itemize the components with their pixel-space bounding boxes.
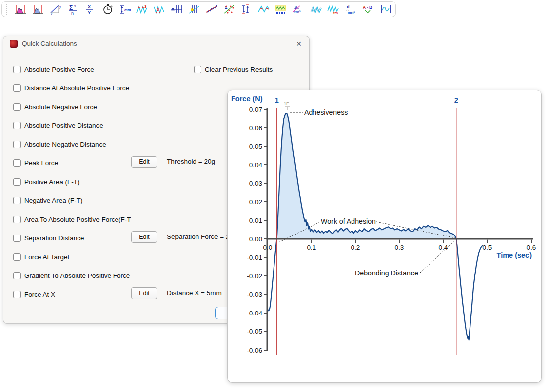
ratio-x-over-y-icon[interactable]: XY xyxy=(83,3,96,15)
calc-label: Distance At Absolute Positive Force xyxy=(24,84,129,92)
slope-hatch-icon[interactable] xyxy=(205,3,218,15)
scatter-sigma-icon[interactable]: Σ xyxy=(223,3,235,15)
checkbox-gradient-to-abs-pos-force[interactable] xyxy=(13,272,21,279)
calc-row-force-at-x: Force At X Edit Distance X = 5mm xyxy=(13,289,55,300)
calc-row-absolute-positive-distance: Absolute Positive Distance xyxy=(13,120,103,131)
x-axis-title: Time (sec) xyxy=(497,251,532,259)
checkbox-absolute-positive-force[interactable] xyxy=(13,66,21,73)
calc-row-area-to-abs-pos-force: Area To Absolute Positive Force(F-T xyxy=(13,214,131,225)
y-tick-label: 0.00 xyxy=(249,235,262,243)
threshold-value: Threshold = 20g xyxy=(167,158,215,165)
checkbox-peak-force[interactable] xyxy=(13,159,21,167)
y-tick-label: -0.06 xyxy=(247,347,262,354)
calc-row-separation-distance: Separation Distance Edit Separation Forc… xyxy=(13,233,84,243)
work-of-adhesion-annotation: Work of Adhesion xyxy=(321,217,376,225)
checkbox-separation-distance[interactable] xyxy=(13,235,21,242)
checkbox-absolute-negative-distance[interactable] xyxy=(13,141,21,148)
peak-marker-pin-icon xyxy=(285,107,290,110)
y-tick-label: 0.01 xyxy=(249,217,262,224)
checkbox-negative-area[interactable] xyxy=(13,197,21,204)
waveform-fzs-icon[interactable]: fzs xyxy=(327,3,340,15)
x-tick-label: 0.0 xyxy=(263,244,273,251)
y-tick-label: 0.05 xyxy=(249,143,262,150)
angle-arcs-icon[interactable] xyxy=(257,3,270,15)
y-axis-title: Force (N) xyxy=(231,95,263,103)
checkbox-clear-previous-results[interactable] xyxy=(194,66,201,73)
calc-row-absolute-positive-force: Absolute Positive Force xyxy=(13,64,94,75)
svg-text:fzs: fzs xyxy=(333,11,338,15)
x-tick-label: 0.6 xyxy=(527,244,536,251)
distance-mm-icon[interactable]: mm xyxy=(118,3,131,15)
calc-label: Force At X xyxy=(24,291,55,298)
svg-text:Σ: Σ xyxy=(69,4,73,11)
area-peaks-blue-icon[interactable] xyxy=(32,3,44,15)
sigma-average-icon[interactable]: Σxn xyxy=(66,3,79,15)
count-peaks-3-icon[interactable]: 3 xyxy=(136,3,149,15)
gradient-xy-icon[interactable]: yx xyxy=(49,3,62,15)
svg-text:3: 3 xyxy=(144,4,147,9)
multi-waveform-icon[interactable] xyxy=(310,3,322,15)
density-g-cm3-icon[interactable]: gcm³ xyxy=(292,3,305,15)
y-tick-label: 0.04 xyxy=(249,161,263,169)
chart-panel: 12 0.070.060.050.040.030.020.010.00-0.01… xyxy=(227,90,542,383)
calc-row-peak-force: Peak Force Edit Threshold = 20g xyxy=(13,157,58,168)
anchor-number-1: 1 xyxy=(275,96,279,104)
count-troughs-3-icon[interactable]: 3 xyxy=(153,3,166,15)
calc-row-positive-area: Positive Area (F-T) xyxy=(13,176,80,187)
checkbox-area-to-abs-pos-force[interactable] xyxy=(13,216,21,223)
svg-text:n: n xyxy=(71,11,74,15)
svg-text:g: g xyxy=(295,4,297,9)
toolbar: yx Σxn XY mm 3 3 Σ gcm³ fzs dmm³ A×B xyxy=(1,1,396,17)
crossings-icon[interactable] xyxy=(170,3,183,15)
y-tick-label: 0.07 xyxy=(249,106,262,113)
dialog-titlebar[interactable]: Quick Calculations ✕ xyxy=(3,36,309,52)
svg-text:y: y xyxy=(59,5,61,9)
calc-label: Gradient To Absolute Positive Force xyxy=(24,272,130,279)
checkbox-positive-area[interactable] xyxy=(13,178,21,186)
volume-d-mm3-icon[interactable]: dmm³ xyxy=(344,3,357,15)
calc-row-negative-area: Negative Area (F-T) xyxy=(13,195,83,206)
stopwatch-icon[interactable] xyxy=(101,3,114,15)
anchor-number-2: 2 xyxy=(454,96,458,104)
peak-marker-label: 1F xyxy=(284,101,289,106)
checkbox-force-at-x[interactable] xyxy=(13,291,21,298)
dialog-title: Quick Calculations xyxy=(22,40,77,47)
svg-text:Y: Y xyxy=(88,10,91,15)
curve-segment-icon[interactable] xyxy=(379,3,392,15)
close-icon[interactable]: ✕ xyxy=(294,39,303,48)
x-tick-label: 0.5 xyxy=(483,244,492,251)
edit-threshold-button[interactable]: Edit xyxy=(131,156,157,168)
edit-separation-force-button[interactable]: Edit xyxy=(131,231,157,243)
force-time-chart: 12 0.070.060.050.040.030.020.010.00-0.01… xyxy=(228,90,542,383)
calc-label: Absolute Positive Force xyxy=(24,66,94,73)
svg-text:B: B xyxy=(369,5,372,10)
calc-label: Separation Distance xyxy=(24,235,84,242)
y-tick-label: 0.06 xyxy=(249,124,262,132)
anchor-crossings-icon[interactable] xyxy=(188,3,200,15)
toolbar-grip[interactable] xyxy=(6,4,7,15)
edit-distance-x-button[interactable]: Edit xyxy=(131,287,157,299)
svg-text:X: X xyxy=(88,4,91,9)
x-tick-label: 0.4 xyxy=(439,244,448,251)
checkbox-distance-at-abs-pos-force[interactable] xyxy=(13,84,21,92)
clear-previous-label: Clear Previous Results xyxy=(205,66,273,73)
checkbox-absolute-positive-distance[interactable] xyxy=(13,122,21,129)
debonding-distance-annotation: Debonding Distance xyxy=(355,269,418,277)
y-tick-label: 0.02 xyxy=(249,198,262,206)
area-peaks-magenta-icon[interactable] xyxy=(14,3,27,15)
calc-label: Force At Target xyxy=(24,253,69,261)
band-area-icon[interactable] xyxy=(274,3,287,15)
checkbox-force-at-target[interactable] xyxy=(13,253,21,261)
svg-text:x: x xyxy=(74,4,76,8)
calc-row-absolute-negative-distance: Absolute Negative Distance xyxy=(13,139,106,150)
checkbox-absolute-negative-force[interactable] xyxy=(13,103,21,111)
formula-axb-icon[interactable]: A×B xyxy=(361,3,374,15)
calc-label: Area To Absolute Positive Force(F-T xyxy=(24,216,131,223)
calc-label: Absolute Negative Distance xyxy=(24,141,106,148)
force-markers-icon[interactable] xyxy=(240,3,253,15)
y-tick-label: -0.05 xyxy=(247,328,262,335)
svg-text:A: A xyxy=(363,5,366,10)
distance-x-value: Distance X = 5mm xyxy=(167,289,222,297)
y-tick-label: -0.02 xyxy=(247,273,262,280)
y-tick-label: 0.03 xyxy=(249,180,262,187)
